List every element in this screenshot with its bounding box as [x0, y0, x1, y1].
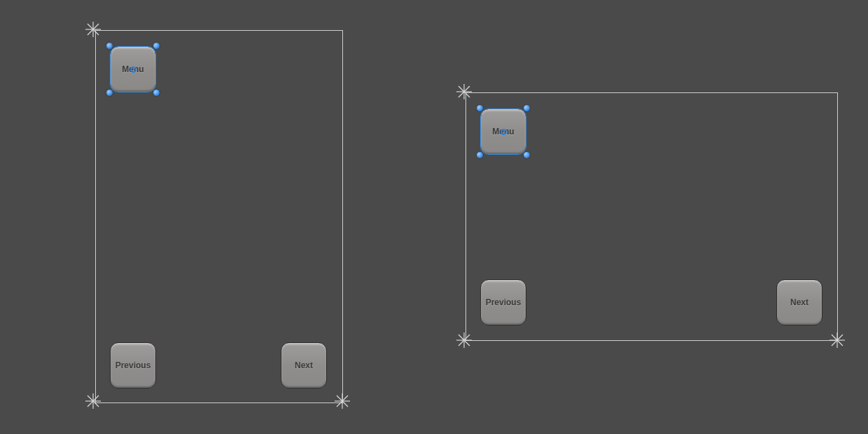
- menu-button-label: Menu: [122, 64, 144, 74]
- selection-handle-br[interactable]: [153, 90, 160, 96]
- menu-button[interactable]: Menu: [110, 46, 156, 92]
- menu-button[interactable]: Menu: [480, 108, 526, 155]
- selection-handle-br[interactable]: [524, 152, 530, 158]
- previous-button-label: Previous: [115, 360, 151, 370]
- previous-button-label: Previous: [486, 298, 522, 307]
- next-button-label: Next: [295, 360, 313, 370]
- previous-button[interactable]: Previous: [110, 342, 156, 388]
- menu-button-label: Menu: [492, 127, 514, 136]
- selection-handle-tr[interactable]: [153, 43, 160, 49]
- selection-handle-bl[interactable]: [106, 90, 113, 96]
- editor-canvas: Menu Previous Next Menu: [0, 0, 868, 434]
- next-button[interactable]: Next: [776, 279, 822, 326]
- next-button-label: Next: [790, 298, 808, 307]
- selection-handle-tr[interactable]: [524, 105, 530, 111]
- previous-button[interactable]: Previous: [480, 279, 526, 326]
- landscape-panel[interactable]: Menu Previous Next: [465, 92, 838, 341]
- portrait-panel[interactable]: Menu Previous Next: [95, 30, 343, 403]
- selection-handle-bl[interactable]: [477, 152, 483, 158]
- next-button[interactable]: Next: [281, 342, 327, 388]
